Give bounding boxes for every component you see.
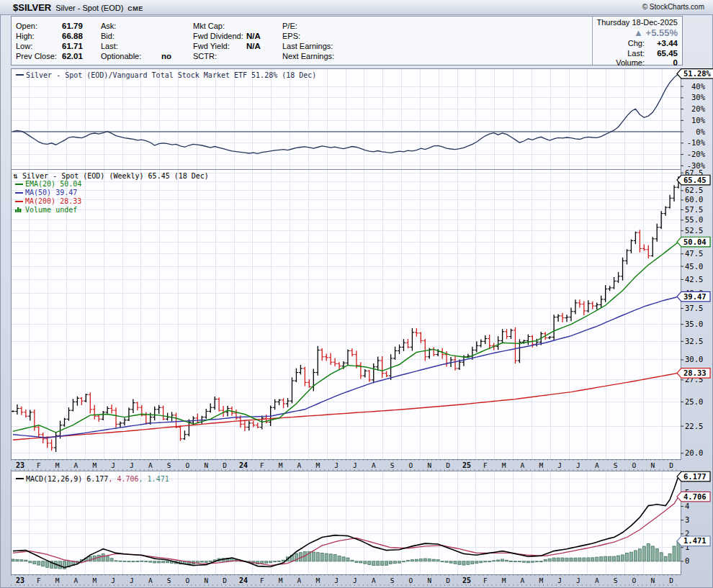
axis-tick-label: 52.5 xyxy=(685,226,703,235)
month-label: F xyxy=(483,576,488,584)
month-label: M xyxy=(539,576,543,584)
month-label: 23 xyxy=(16,461,24,469)
month-label: D xyxy=(223,461,227,469)
volume-icon xyxy=(15,209,17,212)
month-label: J xyxy=(557,576,562,584)
month-label: S xyxy=(614,461,618,469)
axis-tick-label: 40% xyxy=(691,82,706,91)
month-label: A xyxy=(521,461,525,469)
ratio-legend: Silver - Spot (EOD)/Vanguard Total Stock… xyxy=(26,71,316,79)
month-label: N xyxy=(650,461,655,469)
month-label: A xyxy=(297,461,302,469)
month-label: D xyxy=(669,461,673,469)
month-label: F xyxy=(260,576,264,584)
month-label: A xyxy=(148,461,153,469)
svg-text:28.33: 28.33 xyxy=(683,368,707,377)
ratio-panel: Silver - Spot (EOD)/Vanguard Total Stock… xyxy=(11,68,713,170)
month-label: J xyxy=(334,461,338,469)
axis-tick-label: 45.0 xyxy=(685,262,703,271)
month-label: M xyxy=(55,461,60,469)
month-label: D xyxy=(446,576,450,584)
month-label: F xyxy=(37,461,41,469)
axis-tick-label: 0% xyxy=(696,127,705,136)
month-label: M xyxy=(279,576,283,584)
month-label: J xyxy=(576,461,580,469)
axis-tick-label: 37.5 xyxy=(685,304,703,312)
svg-text:51.28%: 51.28% xyxy=(683,69,712,78)
month-label: M xyxy=(539,461,543,469)
axis-tick-label: 4 xyxy=(685,502,689,510)
month-label: N xyxy=(427,461,431,469)
month-axis-0: 23FMAMJJASOND24FMAMJJASOND25FMAMJJASOND xyxy=(11,460,681,470)
month-label: M xyxy=(92,576,97,584)
month-label: J xyxy=(334,576,338,584)
month-label: A xyxy=(372,461,376,469)
month-label: N xyxy=(204,576,208,584)
axis-tick-label: 57.5 xyxy=(685,205,703,214)
macd-panel: MACD(12,26,9) 6.177, 4.706, 1.4716543210… xyxy=(11,471,710,574)
month-label: 24 xyxy=(239,576,248,584)
svg-text:39.47: 39.47 xyxy=(683,292,707,301)
charts-canvas: Silver - Spot (EOD)/Vanguard Total Stock… xyxy=(0,0,713,588)
price-panel: ⇅Silver - Spot (EOD) (Weekly) 65.45 (18 … xyxy=(11,168,710,459)
axis-tick-label: 32.5 xyxy=(685,337,703,345)
volume-icon xyxy=(19,209,21,212)
month-label: J xyxy=(130,461,134,469)
axis-tick-label: -20% xyxy=(687,150,706,158)
axis-tick-label: 20.0 xyxy=(685,448,703,457)
macd-legend: MACD(12,26,9) 6.177, 4.706, 1.471 xyxy=(26,475,169,483)
month-label: D xyxy=(446,461,450,469)
month-label: S xyxy=(614,576,618,584)
svg-text:1.471: 1.471 xyxy=(683,536,707,545)
axis-tick-label: 0 xyxy=(685,556,689,565)
month-label: N xyxy=(427,576,431,584)
month-label: S xyxy=(390,576,395,584)
axis-tick-label: 22.5 xyxy=(685,422,703,430)
month-label: A xyxy=(74,461,79,469)
month-label: 24 xyxy=(239,461,248,469)
axis-tick-label: 35.0 xyxy=(685,320,703,328)
month-label: 25 xyxy=(462,576,471,584)
month-axis-1: 23FMAMJJASOND24FMAMJJASOND25FMAMJJASOND xyxy=(11,575,681,585)
month-label: N xyxy=(204,461,208,469)
volume-legend: Volume undef xyxy=(25,206,77,214)
month-label: S xyxy=(167,576,171,584)
svg-text:65.45: 65.45 xyxy=(683,176,707,184)
month-label: D xyxy=(223,576,227,584)
axis-tick-label: 3 xyxy=(685,515,689,524)
month-label: N xyxy=(650,576,655,584)
month-label: A xyxy=(297,576,302,584)
month-label: O xyxy=(632,461,637,469)
axis-tick-label: 10% xyxy=(691,116,706,125)
axis-tick-label: 62.5 xyxy=(685,186,703,194)
month-label: 23 xyxy=(16,576,24,584)
volume-icon xyxy=(17,207,19,212)
axis-tick-label: 30% xyxy=(691,93,706,101)
month-label: M xyxy=(502,461,506,469)
month-label: J xyxy=(111,461,115,469)
month-label: A xyxy=(372,576,376,584)
month-label: S xyxy=(167,461,171,469)
axis-tick-label: 30.0 xyxy=(685,355,703,363)
month-label: O xyxy=(409,461,413,469)
month-label: M xyxy=(92,461,97,469)
axis-tick-label: 20% xyxy=(691,104,706,113)
month-label: O xyxy=(632,576,637,584)
month-label: D xyxy=(669,576,673,584)
month-label: M xyxy=(55,576,60,584)
axis-tick-label: 55.0 xyxy=(685,215,703,224)
month-label: S xyxy=(390,461,395,469)
svg-text:6.177: 6.177 xyxy=(683,472,707,481)
month-label: O xyxy=(186,576,190,584)
overlay-legend: MA(50) 39.47 xyxy=(25,189,77,196)
month-label: 25 xyxy=(462,461,471,469)
axis-tick-label: 47.5 xyxy=(685,249,703,258)
axis-tick-label: -10% xyxy=(687,138,706,147)
svg-text:50.04: 50.04 xyxy=(683,238,707,246)
month-label: M xyxy=(502,576,506,584)
month-label: A xyxy=(595,461,599,469)
axis-tick-label: 42.5 xyxy=(685,275,703,284)
month-label: J xyxy=(576,576,580,584)
price-legend-icon: ⇅ xyxy=(13,171,18,181)
month-label: J xyxy=(130,576,134,584)
